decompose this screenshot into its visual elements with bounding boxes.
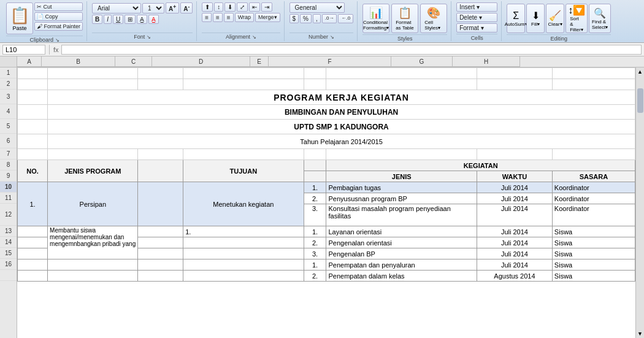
row-num-3[interactable]: 3 [0, 90, 17, 104]
cell-a3[interactable] [18, 90, 48, 105]
row-num-2[interactable]: 2 [0, 79, 17, 90]
cell-b13-jenis[interactable]: Membantu siswa mengenai/menemukan dan me… [48, 226, 138, 259]
cell-tujuan-header[interactable] [138, 160, 183, 182]
cell-sasaran-header[interactable]: SASARA [552, 171, 635, 182]
cell-h12[interactable]: Koordinator [552, 204, 635, 226]
cell-d10-tujuan[interactable]: Menetukan kegiatan [183, 182, 304, 226]
cell-a1[interactable] [18, 68, 48, 79]
font-family-select[interactable]: Arial [92, 3, 141, 13]
cell-c14[interactable] [138, 237, 183, 248]
row-num-4[interactable]: 4 [0, 104, 17, 119]
font-size-select[interactable]: 10 [142, 3, 164, 13]
cell-h10[interactable]: Koordinator [552, 182, 635, 193]
currency-button[interactable]: $ [289, 14, 299, 23]
cell-c13[interactable] [138, 226, 183, 237]
cell-g11[interactable]: Juli 2014 [477, 193, 553, 204]
cut-button[interactable]: ✂ Cut [34, 2, 83, 11]
cell-h16[interactable]: Siswa [552, 259, 635, 271]
align-middle-button[interactable]: ↕ [214, 2, 223, 12]
cell-b17[interactable] [48, 271, 138, 282]
increase-decimal-button[interactable]: .0→ [322, 14, 337, 23]
cell-h11[interactable]: Koordinator [552, 193, 635, 204]
row-num-7[interactable]: 7 [0, 148, 17, 159]
cell-a5[interactable] [18, 120, 48, 134]
cell-g1[interactable] [477, 68, 553, 79]
col-header-d[interactable]: D [152, 56, 250, 67]
cell-b5-merged[interactable]: UPTD SMP 1 KADUNGORA [48, 120, 635, 134]
underline-button[interactable]: U [113, 15, 123, 24]
cell-a4[interactable] [18, 105, 48, 120]
cell-f14[interactable]: Pengenalan orientasi [326, 237, 477, 248]
cell-f1[interactable] [326, 68, 477, 79]
cell-f7[interactable] [326, 149, 477, 160]
paste-button[interactable]: 📋 Paste [6, 2, 33, 34]
cell-c1[interactable] [138, 68, 183, 79]
col-header-h[interactable]: H [453, 56, 520, 67]
cell-f13[interactable]: Layanan orientasi [326, 226, 477, 237]
cell-b16[interactable] [48, 259, 138, 271]
row-num-17[interactable] [0, 270, 17, 281]
cell-h1[interactable] [552, 68, 635, 79]
cell-d14[interactable] [183, 237, 304, 248]
wrap-text-button[interactable]: Wrap [235, 13, 254, 22]
row-num-13[interactable]: 13 [0, 226, 17, 237]
row-num-8[interactable]: 8 [0, 159, 17, 171]
border-button[interactable]: ⊞ [125, 15, 136, 24]
cell-d16[interactable] [183, 259, 304, 271]
cell-jenis-header[interactable]: JENIS [326, 171, 477, 182]
align-right-button[interactable]: ≡ [224, 13, 234, 22]
cell-a10-no[interactable]: 1. [18, 182, 48, 226]
cell-h7[interactable] [552, 149, 635, 160]
cell-c17[interactable] [138, 271, 183, 282]
cell-b2[interactable] [48, 79, 138, 90]
comma-button[interactable]: , [313, 14, 321, 23]
clear-button[interactable]: 🧹 Clear▾ [546, 4, 564, 33]
cell-e2[interactable] [304, 79, 326, 90]
format-button[interactable]: Format ▾ [456, 23, 497, 33]
cell-a15[interactable] [18, 248, 48, 259]
row-num-5[interactable]: 5 [0, 119, 17, 134]
formula-input[interactable] [61, 45, 642, 55]
row-num-15[interactable]: 15 [0, 248, 17, 259]
cell-b1[interactable] [48, 68, 138, 79]
cell-g12[interactable]: Juli 2014 [477, 204, 553, 226]
fill-button[interactable]: ⬇ Fill▾ [526, 4, 545, 33]
cell-b7[interactable] [48, 149, 138, 160]
cell-h17[interactable]: Siswa [552, 271, 635, 282]
cell-g10[interactable]: Juli 2014 [477, 182, 553, 193]
cell-b6-merged[interactable]: Tahun Pelajaran 2014/2015 [48, 134, 635, 149]
row-num-6[interactable]: 6 [0, 134, 17, 148]
cell-e16[interactable]: 1. [304, 259, 326, 271]
indent-decrease-button[interactable]: ⇤ [249, 2, 260, 12]
cell-f17[interactable]: Penempatan dalam kelas [326, 271, 477, 282]
align-top-button[interactable]: ⬆ [202, 2, 213, 12]
bold-button[interactable]: B [92, 15, 102, 24]
align-left-button[interactable]: ≡ [202, 13, 212, 22]
cell-c7[interactable] [138, 149, 183, 160]
cell-a6[interactable] [18, 134, 48, 149]
row-num-11[interactable]: 11 [0, 193, 17, 204]
font-increase-button[interactable]: A+ [166, 2, 179, 13]
cell-a7[interactable] [18, 149, 48, 160]
cell-reference-input[interactable] [2, 45, 45, 55]
cell-c10[interactable] [138, 182, 183, 226]
cell-f15[interactable]: Pengenalan BP [326, 248, 477, 259]
vertical-scrollbar[interactable]: ▲ ▼ [635, 67, 644, 338]
row-num-16[interactable]: 16 [0, 259, 17, 270]
row-num-14[interactable]: 14 [0, 237, 17, 248]
percent-button[interactable]: % [300, 14, 312, 23]
row-num-9[interactable]: 9 [0, 171, 17, 182]
format-as-table-button[interactable]: 📋 Format as Table [391, 4, 418, 33]
cell-f2[interactable] [326, 79, 477, 90]
text-direction-button[interactable]: ⤢ [237, 2, 248, 12]
cell-g17[interactable]: Agustus 2014 [477, 271, 553, 282]
cell-c15[interactable] [138, 248, 183, 259]
cell-b10-jenis[interactable]: Persipan [48, 182, 138, 226]
cell-h13[interactable]: Siswa [552, 226, 635, 237]
cell-e15[interactable]: 3. [304, 248, 326, 259]
cell-e7[interactable] [304, 149, 326, 160]
cell-d2[interactable] [183, 79, 304, 90]
indent-increase-button[interactable]: ⇥ [261, 2, 272, 12]
cell-e11[interactable]: 2. [304, 193, 326, 204]
cell-styles-button[interactable]: 🎨 Cell Styles▾ [420, 4, 447, 33]
